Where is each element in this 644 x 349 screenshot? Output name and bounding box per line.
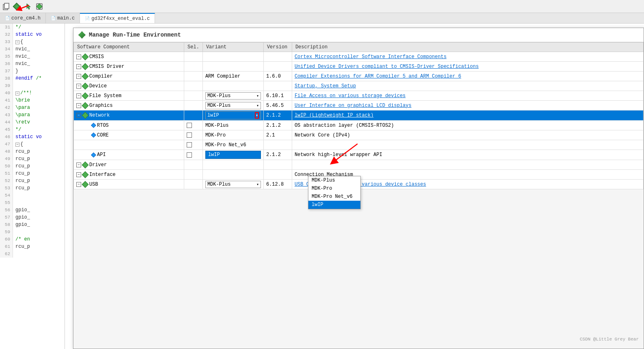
table-row-driver[interactable]: −Driver — [74, 160, 644, 170]
line-content — [13, 228, 15, 236]
variant-select[interactable]: MDK-Plus▾ — [205, 102, 261, 109]
variant-select[interactable]: lwIP▾ — [205, 111, 261, 119]
dropdown-menu-item[interactable]: MDK-Pro — [308, 184, 360, 193]
line-content: rcu_p — [13, 170, 30, 177]
dropdown-arrow-icon[interactable]: ▾ — [256, 93, 259, 98]
expand-button[interactable]: − — [76, 74, 81, 79]
line-number: 59 — [0, 228, 13, 236]
dropdown-menu-item[interactable]: MDK-Plus — [308, 176, 360, 184]
table-row-network-api[interactable]: APIlwIP2.1.2Network high-level wrapper A… — [74, 150, 644, 160]
checkbox[interactable] — [187, 152, 192, 158]
table-row-network-core-v6[interactable]: MDK-Pro Net_v6 — [74, 140, 644, 150]
dialog-content[interactable]: Software Component Sel. Variant Version … — [73, 42, 644, 345]
description-link[interactable]: lwIP (Lightweight IP stack) — [295, 113, 373, 118]
dropdown-menu-item[interactable]: lwIP — [308, 201, 360, 209]
expand-button[interactable]: − — [76, 113, 81, 118]
variant-cell: MDK-Pro — [202, 130, 263, 140]
diamond-icon — [82, 171, 89, 178]
line-content: −/**! — [13, 89, 32, 97]
version-cell: 6.12.8 — [263, 180, 292, 189]
component-name-cell: −Device — [74, 81, 184, 91]
component-label: Compiler — [89, 74, 113, 79]
variant-cell — [202, 170, 263, 180]
line-number: 52 — [0, 177, 13, 184]
description-link[interactable]: Startup, System Setup — [295, 83, 356, 89]
component-name-cell: −File System — [74, 91, 184, 101]
line-content: rcu_p — [13, 163, 30, 170]
tab-enet-eval[interactable]: 📄 gd32f4xx_enet_eval.c — [80, 13, 155, 23]
dialog-title: Manage Run-Time Environment — [89, 32, 181, 38]
sel-cell — [184, 180, 203, 189]
fold-icon[interactable]: − — [15, 91, 19, 95]
tab-main-c[interactable]: 📄 main.c — [46, 13, 80, 23]
checkbox[interactable] — [187, 132, 192, 138]
line-content: */ — [13, 126, 21, 133]
variant-dropdown-menu[interactable]: MDK-PlusMDK-ProMDK-Pro Net_v6lwIP — [308, 176, 361, 209]
expand-button[interactable]: − — [76, 103, 81, 108]
checkbox[interactable] — [187, 142, 192, 147]
expand-button[interactable]: − — [76, 172, 81, 177]
line-number: 56 — [0, 206, 13, 214]
main-layout: 31*/32static vo33−{34 nvic_35 nvic_36 nv… — [0, 24, 644, 349]
line-content: } — [13, 67, 18, 75]
variant-text: MDK-Plus — [205, 123, 229, 128]
expand-button[interactable]: − — [76, 163, 81, 167]
component-label: CORE — [97, 132, 109, 138]
cursor-icon[interactable] — [24, 2, 33, 11]
expand-button[interactable]: − — [76, 182, 81, 187]
variant-select[interactable]: MDK-Plus▾ — [205, 92, 261, 100]
copy-icon[interactable] — [2, 2, 11, 11]
variant-cell — [202, 62, 263, 72]
version-cell: 2.1 — [263, 130, 292, 140]
component-table: Software Component Sel. Variant Version … — [73, 42, 644, 189]
col-variant: Variant — [202, 43, 263, 52]
description-link[interactable]: Compiler Extensions for ARM Compiler 5 a… — [295, 74, 461, 79]
code-line-35: 35 nvic_ — [0, 53, 65, 60]
component-label: API — [97, 152, 106, 158]
variant-cell: MDK-Pro Net_v6 — [202, 140, 263, 150]
package-icon[interactable] — [35, 2, 44, 11]
dropdown-arrow-icon[interactable]: ▾ — [256, 103, 259, 108]
variant-cell: lwIP▾ — [202, 111, 263, 121]
dropdown-menu-item[interactable]: MDK-Pro Net_v6 — [308, 193, 360, 201]
variant-select[interactable]: MDK-Plus▾ — [205, 181, 261, 188]
dropdown-arrow-icon[interactable]: ▾ — [256, 182, 259, 187]
description-link[interactable]: Cortex Microcontroller Software Interfac… — [295, 54, 446, 60]
description-link[interactable]: File Access on various storage devices — [295, 93, 406, 99]
line-number: 60 — [0, 236, 13, 243]
table-row-cmsis[interactable]: −CMSISCortex Microcontroller Software In… — [74, 52, 644, 62]
description-link[interactable]: User Interface on graphical LCD displays — [295, 103, 411, 108]
table-row-filesystem[interactable]: −File SystemMDK-Plus▾6.10.1File Access o… — [74, 91, 644, 101]
svg-rect-1 — [4, 3, 9, 9]
table-row-graphics[interactable]: −GraphicsMDK-Plus▾5.46.5User Interface o… — [74, 101, 644, 111]
fold-icon[interactable]: − — [15, 40, 19, 44]
version-cell — [263, 62, 292, 72]
table-row-device[interactable]: −DeviceStartup, System Setup — [74, 81, 644, 91]
line-content: gpio_ — [13, 221, 30, 228]
tab-core-cm4[interactable]: 📄 core_cm4.h — [0, 13, 46, 23]
version-cell — [263, 160, 292, 170]
checkbox[interactable] — [187, 123, 192, 128]
dropdown-arrow-icon[interactable]: ▾ — [255, 112, 259, 119]
green-diamond-icon[interactable] — [12, 2, 21, 11]
table-row-network[interactable]: −NetworklwIP▾2.1.2lwIP (Lightweight IP s… — [74, 111, 644, 121]
code-line-56: 56 gpio_ — [0, 206, 65, 214]
table-row-cmsis-driver[interactable]: −CMSIS DriverUnified Device Drivers comp… — [74, 62, 644, 72]
expand-button[interactable]: − — [76, 64, 81, 69]
code-line-38: 38#endif /* — [0, 75, 65, 82]
code-line-51: 51 rcu_p — [0, 170, 65, 177]
description-link[interactable]: Unified Device Drivers compliant to CMSI… — [295, 64, 479, 69]
expand-button[interactable]: − — [76, 84, 81, 89]
component-name-cell: API — [74, 150, 184, 160]
component-name-cell: CORE — [74, 130, 184, 140]
component-label: File System — [89, 93, 121, 99]
table-row-compiler[interactable]: −CompilerARM Compiler1.6.0Compiler Exten… — [74, 72, 644, 81]
fold-icon[interactable]: − — [15, 143, 19, 147]
table-row-network-rtos[interactable]: RTOSMDK-Plus2.1.2OS abstraction layer (C… — [74, 121, 644, 130]
line-content: nvic_ — [13, 46, 30, 53]
version-cell: 2.1.2 — [263, 150, 292, 160]
code-line-45: 45*/ — [0, 126, 65, 133]
expand-button[interactable]: − — [76, 54, 81, 59]
expand-button[interactable]: − — [76, 93, 81, 98]
table-row-network-core[interactable]: COREMDK-Pro2.1Network Core (IPv4) — [74, 130, 644, 140]
